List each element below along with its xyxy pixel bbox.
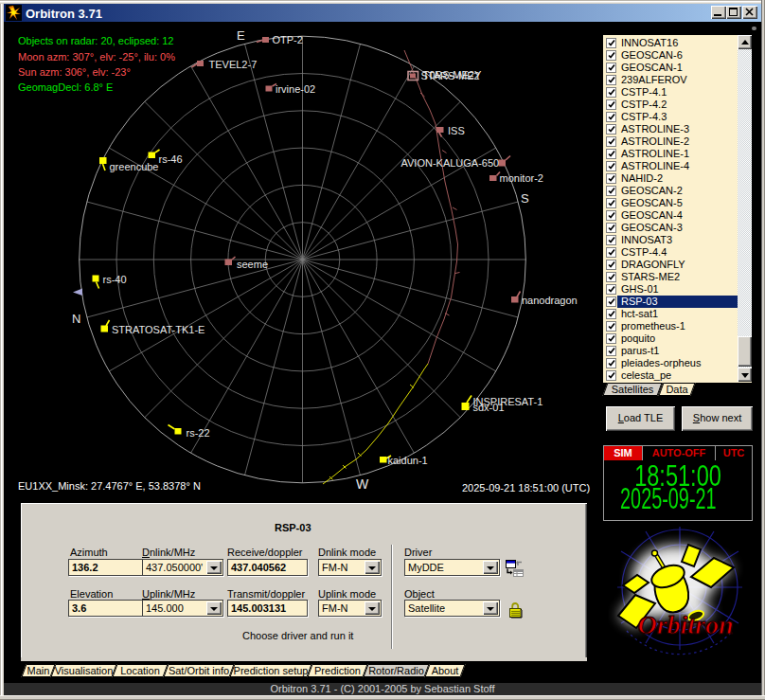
svg-text:N: N	[72, 312, 80, 326]
svg-text:rs-40: rs-40	[103, 274, 127, 285]
svg-text:sdx-01: sdx-01	[473, 402, 505, 413]
svg-text:rs-22: rs-22	[187, 427, 210, 439]
svg-text:AVION-KALUGA-650: AVION-KALUGA-650	[401, 157, 500, 169]
svg-text:nanodragon: nanodragon	[522, 295, 578, 306]
svg-text:T0RS-ME2Y: T0RS-ME2Y	[423, 69, 482, 81]
svg-text:ISS: ISS	[448, 125, 465, 136]
svg-text:seeme: seeme	[237, 259, 268, 270]
svg-text:rs-46: rs-46	[159, 153, 183, 165]
svg-text:W: W	[356, 476, 369, 492]
svg-text:TEVEL2-7: TEVEL2-7	[209, 59, 258, 70]
svg-text:E: E	[237, 28, 245, 43]
svg-text:irvine-02: irvine-02	[276, 83, 315, 95]
svg-text:monitor-2: monitor-2	[500, 172, 543, 184]
svg-text:greencube: greencube	[110, 161, 159, 172]
svg-text:Orbitron: Orbitron	[637, 610, 733, 639]
svg-text:kaidun-1: kaidun-1	[388, 455, 428, 466]
svg-text:OTP-2: OTP-2	[273, 34, 303, 45]
svg-text:S: S	[521, 191, 529, 206]
svg-text:STRATOSAT-TK1-E: STRATOSAT-TK1-E	[112, 324, 205, 335]
